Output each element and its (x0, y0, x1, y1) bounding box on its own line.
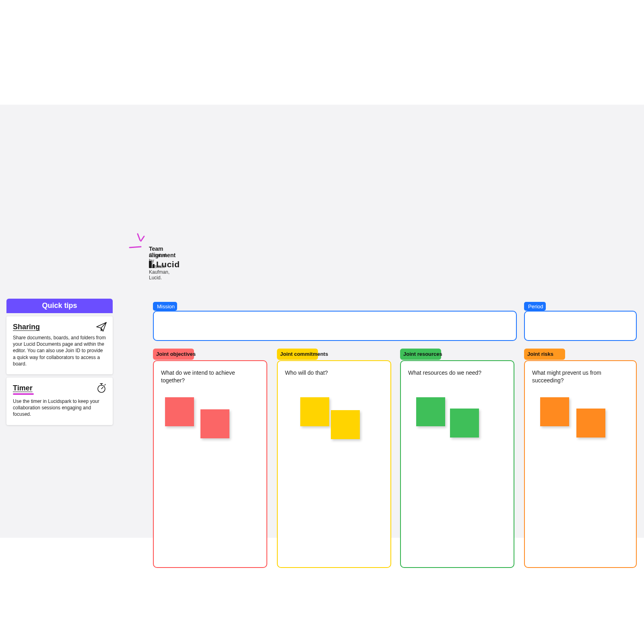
tip-card-sharing[interactable]: Sharing Share documents, boards, and fol… (6, 316, 113, 374)
column-resources[interactable]: What resources do we need? (400, 360, 514, 568)
column-prompt: What might prevent us from succeeding? (532, 369, 617, 384)
paper-plane-icon (96, 321, 107, 332)
stopwatch-icon (96, 382, 107, 394)
svg-line-1 (141, 236, 144, 241)
spark-accent-icon (130, 233, 148, 252)
tip-title: Sharing (13, 323, 106, 331)
column-label-commitments: Joint commitments (280, 351, 332, 357)
tip-body: Use the timer in Lucidspark to keep your… (13, 398, 106, 418)
column-label-risks: Joint risks (527, 351, 580, 357)
sticky-note[interactable] (200, 409, 229, 438)
sticky-note[interactable] (540, 397, 569, 426)
sticky-note[interactable] (576, 409, 605, 438)
quick-tips-header: Quick tips (6, 299, 113, 313)
svg-line-7 (105, 384, 105, 385)
sticky-note[interactable] (300, 397, 329, 426)
tip-body: Share documents, boards, and folders fro… (13, 334, 106, 367)
column-label-resources: Joint resources (403, 351, 456, 357)
board-stage[interactable]: Team alignment Created by Yasmin Kaufman… (0, 105, 644, 538)
mission-input[interactable] (153, 311, 517, 341)
sticky-note[interactable] (331, 410, 360, 439)
column-prompt: What resources do we need? (408, 369, 493, 377)
column-label-objectives: Joint objectives (156, 351, 208, 357)
tip-card-timer[interactable]: Timer Use the timer in Lucidspark to kee… (6, 378, 113, 425)
period-tag: Period (524, 302, 546, 311)
canvas-root: Team alignment Created by Yasmin Kaufman… (0, 0, 644, 644)
svg-line-0 (138, 234, 140, 240)
svg-line-2 (130, 247, 141, 248)
lucid-logo: Lucid (149, 260, 180, 269)
period-input[interactable] (524, 311, 637, 341)
lucid-logo-text: Lucid (156, 260, 180, 269)
quick-tips-panel: Quick tips Sharing Share documents, boar… (6, 299, 113, 425)
mission-tag: Mission (153, 302, 177, 311)
sticky-note[interactable] (450, 409, 479, 438)
svg-line-4 (101, 387, 103, 389)
sticky-note[interactable] (416, 397, 445, 426)
lucid-logo-mark-icon (149, 261, 155, 268)
column-objectives[interactable]: What do we intend to achieve together? (153, 360, 267, 568)
tip-title: Timer (13, 384, 106, 395)
column-prompt: What do we intend to achieve together? (161, 369, 246, 384)
column-prompt: Who will do that? (285, 369, 369, 377)
column-commitments[interactable]: Who will do that? (277, 360, 391, 568)
column-risks[interactable]: What might prevent us from succeeding? (524, 360, 637, 568)
sticky-note[interactable] (165, 397, 194, 426)
